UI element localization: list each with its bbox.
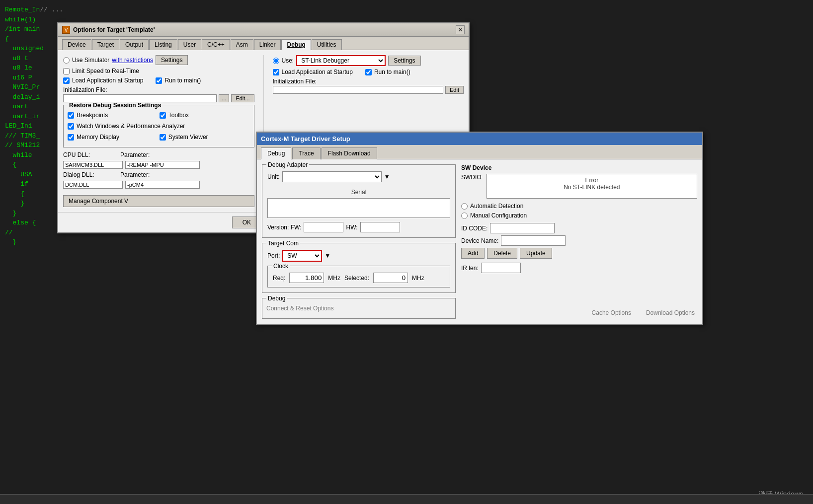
cpu-dll-label: CPU DLL: xyxy=(63,151,103,158)
cortex-tab-trace[interactable]: Trace xyxy=(292,147,320,159)
cpu-param-input[interactable] xyxy=(125,161,200,169)
tab-output[interactable]: Output xyxy=(120,39,149,50)
left-panel: Use Simulator with restrictions Settings… xyxy=(63,55,254,207)
bottom-bar xyxy=(0,494,813,504)
limit-speed-row: Limit Speed to Real-Time xyxy=(63,68,254,74)
right-edit-button[interactable]: Edit xyxy=(445,86,464,94)
fw-input[interactable] xyxy=(304,222,343,232)
options-tab-bar: Device Target Output Listing User C/C++ … xyxy=(58,37,469,50)
clock-group: Clock Req: MHz Selected: MHz xyxy=(267,266,450,288)
id-code-input[interactable] xyxy=(490,223,555,233)
right-init-file-section: Initialization File: Edit xyxy=(273,78,464,94)
close-button[interactable]: ✕ xyxy=(456,25,465,34)
browse-button[interactable]: ... xyxy=(219,94,229,102)
system-viewer-row: System Viewer xyxy=(160,134,250,141)
dialog-dll-input[interactable] xyxy=(63,181,123,189)
use-debugger-row: Use: ST-Link Debugger Settings xyxy=(273,55,464,66)
init-file-row: ... Edit... xyxy=(63,94,254,102)
load-app-checkbox[interactable] xyxy=(63,77,70,84)
connect-reset-label: Connect & Reset Options xyxy=(266,305,333,312)
auto-detection-label: Automatic Detection xyxy=(470,203,523,210)
restore-group: Restore Debug Session Settings Breakpoin… xyxy=(63,105,254,147)
tab-target[interactable]: Target xyxy=(92,39,119,50)
clock-row: Req: MHz Selected: MHz xyxy=(273,273,445,283)
device-name-label: Device Name: xyxy=(461,237,498,244)
tab-linker[interactable]: Linker xyxy=(254,39,281,50)
load-app-row: Load Application at Startup Run to main(… xyxy=(63,77,254,84)
right-load-app-row: Load Application at Startup Run to main(… xyxy=(273,69,464,75)
debugger-dropdown[interactable]: ST-Link Debugger xyxy=(296,55,386,66)
tab-cpp[interactable]: C/C++ xyxy=(202,39,230,50)
unit-dropdown[interactable] xyxy=(282,171,382,182)
options-dialog-title: Options for Target 'Template' xyxy=(73,26,155,33)
dialog-param-input[interactable] xyxy=(125,181,200,189)
manage-component-button[interactable]: Manage Component V xyxy=(63,195,254,207)
port-dropdown-arrow: ▼ xyxy=(325,252,330,259)
bottom-labels: Cache Options Download Options xyxy=(592,309,695,316)
serial-label: Serial xyxy=(267,186,450,198)
right-run-main-label: Run to main() xyxy=(374,69,410,75)
no-stlink-box: Error No ST-LINK detected xyxy=(487,174,697,199)
right-init-file-row: Edit xyxy=(273,86,464,94)
breakpoints-checkbox[interactable] xyxy=(68,112,74,119)
watch-windows-checkbox[interactable] xyxy=(68,123,74,130)
left-settings-button[interactable]: Settings xyxy=(156,55,188,65)
right-settings-button[interactable]: Settings xyxy=(388,56,420,66)
cortex-tab-debug[interactable]: Debug xyxy=(261,147,291,159)
restore-group-label: Restore Debug Session Settings xyxy=(68,102,163,109)
req-input[interactable] xyxy=(289,273,324,283)
run-main-checkbox[interactable] xyxy=(156,77,162,84)
edit-button[interactable]: Edit... xyxy=(231,94,254,102)
param-label-2: Parameter: xyxy=(120,171,150,178)
memory-display-checkbox[interactable] xyxy=(68,134,74,141)
options-titlebar: V Options for Target 'Template' ✕ xyxy=(58,23,469,37)
add-button[interactable]: Add xyxy=(461,248,485,259)
cortex-tab-flash-download[interactable]: Flash Download xyxy=(322,147,377,159)
tab-user[interactable]: User xyxy=(178,39,201,50)
tab-device[interactable]: Device xyxy=(62,39,91,50)
delete-button[interactable]: Delete xyxy=(487,248,517,259)
target-com-group: Target Com Port: SW JTAG ▼ Clock Req: xyxy=(262,243,456,293)
use-simulator-radio[interactable] xyxy=(63,57,70,64)
update-button[interactable]: Update xyxy=(520,248,552,259)
port-dropdown[interactable]: SW JTAG xyxy=(282,250,322,262)
serial-box xyxy=(267,198,450,218)
swdio-row: SWDIO Error No ST-LINK detected xyxy=(461,174,697,199)
right-load-app-checkbox[interactable] xyxy=(273,69,279,75)
tab-asm[interactable]: Asm xyxy=(231,39,253,50)
error-header: Error xyxy=(585,177,599,184)
id-code-row: ID CODE: xyxy=(461,223,697,233)
cpu-dll-input[interactable] xyxy=(63,161,123,169)
watch-windows-row: Watch Windows & Performance Analyzer xyxy=(68,123,250,130)
dropdown-arrow: ▼ xyxy=(384,173,390,180)
device-name-input[interactable] xyxy=(501,235,566,246)
use-radio[interactable] xyxy=(273,58,279,64)
init-file-label: Initialization File: xyxy=(63,86,254,93)
sw-device-title: SW Device xyxy=(461,164,697,171)
version-label: Version: FW: xyxy=(267,224,301,231)
limit-speed-checkbox[interactable] xyxy=(63,68,70,74)
selected-input[interactable] xyxy=(373,273,408,283)
tab-utilities[interactable]: Utilities xyxy=(312,39,342,50)
cortex-tab-bar: Debug Trace Flash Download xyxy=(257,145,702,159)
mhz-label: MHz xyxy=(328,275,340,282)
right-init-file-input[interactable] xyxy=(273,86,444,94)
toolbox-checkbox[interactable] xyxy=(160,112,166,119)
tab-listing[interactable]: Listing xyxy=(149,39,177,50)
with-restrictions-link[interactable]: with restrictions xyxy=(112,57,153,64)
ir-len-input[interactable] xyxy=(481,263,521,273)
tab-debug[interactable]: Debug xyxy=(281,39,311,50)
system-viewer-checkbox[interactable] xyxy=(160,134,166,141)
download-options-label: Download Options xyxy=(646,309,695,316)
init-file-section: Initialization File: ... Edit... xyxy=(63,86,254,102)
cortex-left-panel: Debug Adapter Unit: ▼ Serial Version: FW… xyxy=(262,164,456,319)
limit-speed-label: Limit Speed to Real-Time xyxy=(72,68,139,74)
manual-config-radio[interactable] xyxy=(461,213,468,219)
debug-bottom-section: Debug Connect & Reset Options xyxy=(262,298,456,319)
memory-display-label: Memory Display xyxy=(77,134,119,141)
auto-detection-radio[interactable] xyxy=(461,203,468,210)
cpu-dll-row: CPU DLL: Parameter: xyxy=(63,151,254,158)
hw-input[interactable] xyxy=(360,222,400,232)
init-file-input[interactable] xyxy=(63,94,217,102)
right-run-main-checkbox[interactable] xyxy=(365,69,372,75)
